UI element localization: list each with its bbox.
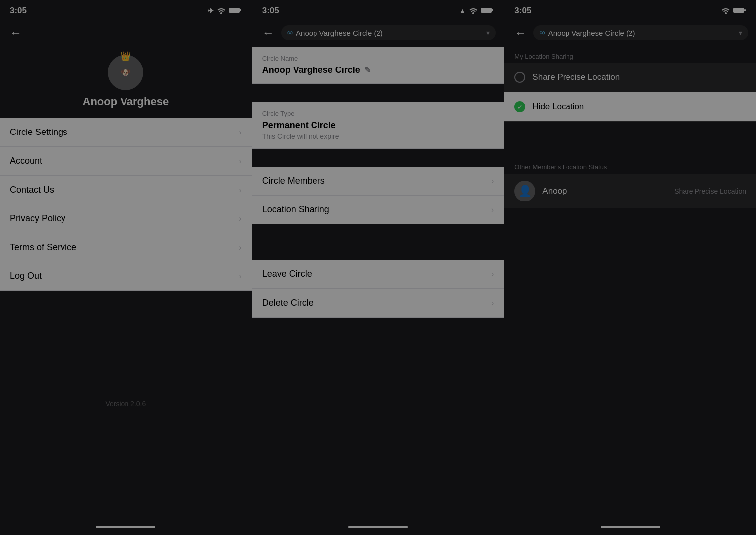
menu-item-label-circle-settings: Circle Settings: [10, 127, 67, 137]
menu-item-circle-settings[interactable]: Circle Settings ›: [0, 118, 252, 147]
wifi-icon-1: [217, 7, 226, 15]
wifi-icon-2: [469, 7, 478, 15]
leave-circle-label: Leave Circle: [262, 269, 312, 279]
circle-type-label: Circle Type: [262, 110, 494, 117]
chevron-circle-settings: ›: [239, 128, 241, 137]
status-time-2: 3:05: [262, 6, 279, 16]
home-indicator-1: [0, 518, 252, 535]
svg-rect-0: [229, 8, 240, 13]
status-icons-3: [721, 7, 746, 15]
check-icon: ✓: [517, 103, 523, 111]
back-button-2[interactable]: ←: [260, 24, 276, 42]
nav-title-pill-2[interactable]: ∞ Anoop Varghese Circle (2) ▾: [281, 25, 496, 40]
home-indicator-3: [504, 518, 756, 535]
status-bar-2: 3:05 ▲: [252, 0, 504, 20]
menu-item-label-terms-of-service: Terms of Service: [10, 242, 76, 253]
circle-name-value: Anoop Varghese Circle ✎: [262, 65, 494, 75]
delete-circle-row[interactable]: Delete Circle ›: [252, 289, 504, 318]
avatar-emoji: 🐶: [121, 68, 130, 77]
infinity-icon-2: ∞: [287, 28, 293, 37]
section-gap-6: [504, 139, 756, 157]
chevron-contact-us: ›: [239, 186, 241, 195]
menu-item-account[interactable]: Account ›: [0, 147, 252, 176]
hide-location-label: Hide Location: [532, 102, 584, 112]
nav-circle-name-3: Anoop Varghese Circle (2): [548, 29, 635, 37]
version-label: Version 2.0.6: [0, 390, 252, 418]
battery-icon-3: [733, 7, 746, 15]
nav-bar-1: ←: [0, 20, 252, 47]
nav-circle-name-2: Anoop Varghese Circle (2): [296, 29, 383, 37]
delete-circle-chevron: ›: [491, 299, 494, 308]
location-icon-2: ▲: [459, 7, 466, 15]
location-sharing-chevron: ›: [491, 205, 494, 214]
home-indicator-2: [252, 518, 504, 535]
svg-rect-5: [744, 9, 746, 11]
wifi-icon-3: [721, 7, 730, 15]
circle-type-value: Permanent Circle: [262, 120, 494, 131]
battery-icon-2: [481, 7, 494, 15]
svg-rect-2: [481, 8, 492, 13]
status-bar-3: 3:05: [504, 0, 756, 20]
circle-settings-content: Circle Name Anoop Varghese Circle ✎ Circ…: [252, 47, 504, 518]
location-sharing-content: My Location Sharing Share Precise Locati…: [504, 47, 756, 518]
status-icons-2: ▲: [459, 7, 494, 15]
battery-icon-1: [229, 7, 242, 15]
menu-item-label-privacy-policy: Privacy Policy: [10, 213, 65, 224]
share-precise-label: Share Precise Location: [532, 72, 620, 82]
home-bar-2: [348, 526, 408, 528]
telegram-icon: ✈: [208, 7, 214, 15]
menu-item-terms-of-service[interactable]: Terms of Service ›: [0, 233, 252, 262]
menu-item-label-account: Account: [10, 156, 42, 166]
menu-item-contact-us[interactable]: Contact Us ›: [0, 176, 252, 204]
chevron-terms-of-service: ›: [239, 243, 241, 252]
menu-item-privacy-policy[interactable]: Privacy Policy ›: [0, 204, 252, 233]
other-members-section-title: Other Member's Location Status: [504, 157, 756, 174]
panel-circle-settings: 3:05 ▲ ← ∞ Anoop Varghese Circle (2) ▾ C…: [252, 0, 504, 535]
home-bar-1: [96, 526, 155, 528]
nav-chevron-2: ▾: [486, 29, 490, 37]
section-gap-3: [252, 224, 504, 242]
circle-members-label: Circle Members: [262, 176, 325, 186]
status-time-1: 3:05: [10, 6, 27, 16]
member-avatar-icon: 👤: [518, 185, 532, 198]
profile-header: 👑 🐶 Anoop Varghese: [0, 47, 252, 118]
nav-bar-2: ← ∞ Anoop Varghese Circle (2) ▾: [252, 20, 504, 47]
leave-circle-chevron: ›: [491, 270, 494, 279]
section-gap-2: [252, 149, 504, 167]
chevron-account: ›: [239, 157, 241, 166]
menu-item-log-out[interactable]: Log Out ›: [0, 262, 252, 291]
profile-name: Anoop Varghese: [83, 95, 169, 108]
section-gap-4: [252, 242, 504, 260]
hide-location-option[interactable]: ✓ Hide Location: [504, 92, 756, 122]
back-button-3[interactable]: ←: [512, 24, 528, 42]
member-name-anoop: Anoop: [542, 186, 667, 196]
nav-chevron-3: ▾: [739, 29, 742, 37]
leave-circle-row[interactable]: Leave Circle ›: [252, 260, 504, 289]
radio-hide[interactable]: ✓: [514, 101, 525, 112]
circle-members-chevron: ›: [491, 177, 494, 186]
location-sharing-label: Location Sharing: [262, 204, 329, 215]
location-sharing-row[interactable]: Location Sharing ›: [252, 196, 504, 224]
panel-main-menu: 3:05 ✈ ← 👑 🐶 Anoop Varghese Circle Setti…: [0, 0, 252, 535]
circle-type-subvalue: This Circle will not expire: [262, 133, 494, 140]
radio-precise[interactable]: [514, 72, 525, 83]
delete-circle-label: Delete Circle: [262, 298, 314, 308]
infinity-icon-3: ∞: [539, 28, 545, 37]
section-gap-1: [252, 84, 504, 102]
member-avatar-anoop: 👤: [514, 181, 535, 201]
circle-name-label: Circle Name: [262, 55, 494, 62]
chevron-log-out: ›: [239, 272, 241, 281]
member-status-anoop: Share Precise Location: [674, 187, 746, 195]
member-row-anoop: 👤 Anoop Share Precise Location: [504, 174, 756, 208]
back-button-1[interactable]: ←: [8, 24, 24, 42]
section-gap-5: [504, 122, 756, 139]
nav-bar-3: ← ∞ Anoop Varghese Circle (2) ▾: [504, 20, 756, 47]
nav-title-pill-3[interactable]: ∞ Anoop Varghese Circle (2) ▾: [533, 25, 748, 40]
status-time-3: 3:05: [514, 6, 531, 16]
chevron-privacy-policy: ›: [239, 214, 241, 223]
circle-members-row[interactable]: Circle Members ›: [252, 167, 504, 196]
share-precise-location-option[interactable]: Share Precise Location: [504, 63, 756, 92]
edit-icon[interactable]: ✎: [364, 66, 371, 75]
status-icons-1: ✈: [208, 7, 242, 15]
circle-type-field: Circle Type Permanent Circle This Circle…: [252, 102, 504, 149]
